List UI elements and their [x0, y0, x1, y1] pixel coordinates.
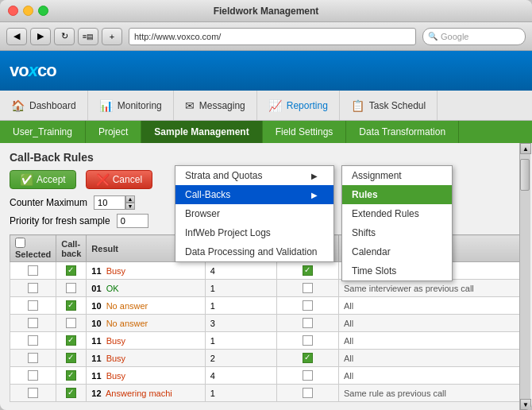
spinner-up[interactable]: ▲ — [125, 195, 135, 203]
result-code: 12 — [91, 389, 101, 398]
forward-button[interactable]: ▶ — [30, 28, 51, 45]
col-callbk — [56, 332, 87, 350]
result-text: Answering machi — [106, 389, 172, 398]
menu-item-intweb[interactable]: InfWeb Project Logs — [175, 223, 333, 242]
callbk-checkbox[interactable] — [66, 265, 76, 276]
section-title: Call-Back Rules — [10, 151, 522, 164]
logo-x: x — [29, 60, 37, 80]
tab-project[interactable]: Project — [86, 121, 141, 143]
selected-checkbox[interactable] — [28, 300, 38, 311]
selected-checkbox[interactable] — [28, 283, 38, 293]
reload-button[interactable]: ↻ — [54, 28, 75, 45]
submenu-arrow-callbacks: ▶ — [311, 191, 318, 199]
consecutive-checkbox[interactable] — [303, 300, 313, 311]
callbk-checkbox[interactable] — [66, 388, 76, 398]
submenu-item-shifts[interactable]: Shifts — [342, 223, 452, 242]
callbk-checkbox[interactable] — [66, 283, 76, 293]
col-selected — [10, 315, 56, 332]
col-selected — [10, 262, 56, 280]
cancel-button[interactable]: ❌ Cancel — [86, 170, 152, 189]
consecutive-checkbox[interactable] — [303, 388, 313, 398]
menu-item-call-backs[interactable]: Call-Backs ▶ — [175, 185, 333, 204]
counter-max-spinner[interactable]: ▲ ▼ — [125, 195, 135, 210]
col-selected — [10, 367, 56, 385]
table-row: 11 Busy 2 All — [10, 350, 522, 367]
consecutive-checkbox[interactable] — [303, 265, 313, 276]
callbk-checkbox[interactable] — [66, 300, 76, 311]
submenu-item-assignment[interactable]: Assignment — [342, 166, 452, 185]
scrollbar[interactable]: ▲ ▼ — [519, 143, 530, 410]
spinner-down[interactable]: ▼ — [125, 203, 135, 210]
col-result: 11 Busy — [87, 367, 206, 385]
consecutive-checkbox[interactable] — [303, 335, 313, 346]
counter-max-input[interactable]: 10 — [94, 195, 125, 210]
sidebar-item-dashboard[interactable]: 🏠 Dashboard — [0, 91, 88, 120]
col-consecutive — [276, 297, 338, 315]
callbacks-submenu[interactable]: Assignment Rules Extended Rules Shifts C… — [341, 165, 453, 281]
callbk-checkbox[interactable] — [66, 318, 76, 328]
callbk-checkbox[interactable] — [66, 335, 76, 346]
col-selected — [10, 385, 56, 402]
result-text: Busy — [106, 371, 125, 381]
tab-field-settings[interactable]: Field Settings — [263, 121, 347, 143]
consecutive-checkbox[interactable] — [303, 370, 313, 381]
col-frequency: 1 — [205, 385, 276, 402]
sidebar-item-task-schedule[interactable]: 📋 Task Schedul — [340, 91, 438, 120]
accept-button[interactable]: ✅ Accept — [10, 170, 76, 189]
selected-checkbox[interactable] — [28, 388, 38, 398]
close-button[interactable] — [8, 6, 18, 16]
title-bar: Fieldwork Management — [0, 0, 532, 22]
submenu-item-time-slots[interactable]: Time Slots — [342, 261, 452, 280]
consecutive-checkbox[interactable] — [303, 318, 313, 328]
consecutive-checkbox[interactable] — [303, 283, 313, 293]
result-text: Busy — [106, 266, 125, 276]
submenu-item-extended-rules[interactable]: Extended Rules — [342, 204, 452, 223]
selected-checkbox[interactable] — [28, 353, 38, 363]
col-callbk — [56, 350, 87, 367]
col-consecutive — [276, 367, 338, 385]
result-code: 11 — [91, 371, 101, 381]
tab-user-training[interactable]: User_Training — [0, 121, 86, 143]
scroll-down-arrow[interactable]: ▼ — [520, 399, 531, 410]
result-text: No answer — [106, 319, 148, 328]
menu-item-strata-quotas[interactable]: Strata and Quotas ▶ — [175, 166, 333, 185]
window-title: Fieldwork Management — [214, 6, 319, 17]
selected-checkbox[interactable] — [28, 265, 38, 276]
maximize-button[interactable] — [38, 6, 48, 16]
selected-checkbox[interactable] — [28, 318, 38, 328]
minimize-button[interactable] — [23, 6, 33, 16]
address-bar[interactable]: http://www.voxco.com/ — [129, 28, 416, 45]
scrollbar-thumb[interactable] — [520, 159, 530, 191]
sidebar-item-reporting[interactable]: 📈 Reporting — [257, 91, 340, 120]
url-text: http://www.voxco.com/ — [134, 32, 221, 41]
scroll-up-arrow[interactable]: ▲ — [520, 143, 531, 154]
tab-sample-management[interactable]: Sample Management — [141, 121, 262, 143]
col-frequency: 3 — [205, 315, 276, 332]
sidebar-item-messaging[interactable]: ✉ Messaging — [174, 91, 257, 120]
second-nav: User_Training Project Sample Management … — [0, 121, 532, 143]
col-consecutive — [276, 315, 338, 332]
consecutive-checkbox[interactable] — [303, 353, 313, 363]
reporting-icon: 📈 — [268, 99, 282, 112]
selected-checkbox[interactable] — [28, 335, 38, 346]
table-row: 11 Busy 1 All — [10, 332, 522, 350]
callbk-checkbox[interactable] — [66, 353, 76, 363]
callbk-checkbox[interactable] — [66, 370, 76, 381]
menu-item-data-processing[interactable]: Data Processing and Validation — [175, 242, 333, 261]
col-result: 11 Busy — [87, 262, 206, 280]
reader-button[interactable]: ≡▤ — [78, 28, 98, 45]
selected-checkbox[interactable] — [28, 370, 38, 381]
col-result: 10 No answer — [87, 297, 206, 315]
add-tab-button[interactable]: + — [102, 28, 122, 45]
submenu-item-rules[interactable]: Rules — [342, 185, 452, 204]
priority-input[interactable]: 0 — [117, 214, 148, 228]
sample-management-dropdown[interactable]: Strata and Quotas ▶ Call-Backs ▶ Browser… — [175, 165, 334, 262]
select-all-checkbox[interactable] — [15, 238, 25, 248]
submenu-item-calendar[interactable]: Calendar — [342, 242, 452, 261]
tab-data-transformation[interactable]: Data Transformation — [346, 121, 459, 143]
back-button[interactable]: ◀ — [6, 28, 27, 45]
search-bar[interactable]: 🔍 Google — [422, 28, 526, 45]
menu-item-browser[interactable]: Browser — [175, 204, 333, 223]
sidebar-item-monitoring[interactable]: 📊 Monitoring — [88, 91, 174, 120]
col-header-callbk: Call-back — [56, 235, 87, 262]
